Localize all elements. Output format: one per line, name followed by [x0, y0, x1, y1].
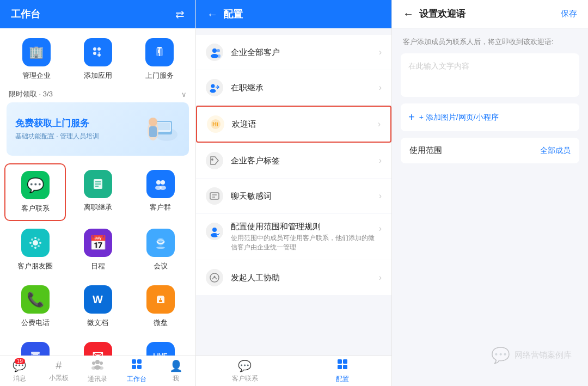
- nav-contacts[interactable]: 通讯录: [78, 356, 118, 386]
- notice-icon: [21, 342, 50, 356]
- save-button[interactable]: 保存: [561, 9, 577, 19]
- app-resign-handover[interactable]: 离职继承: [67, 163, 128, 221]
- blackboard-icon: #: [56, 359, 62, 372]
- app-public-phone-label: 公费电话: [21, 318, 50, 328]
- contacts-icon: [91, 358, 103, 373]
- bottom-nav: 19 💬 消息 # 小黑板 通讯录: [0, 356, 195, 386]
- all-customers-content: 企业全部客户: [231, 47, 379, 58]
- right-hint: 客户添加成员为联系人后，将立即收到该欢迎语:: [401, 37, 579, 47]
- app-customer-group-label: 客户群: [150, 203, 171, 212]
- nav-me[interactable]: 👤 我: [156, 356, 195, 386]
- watermark-area: 💬 网络营销案例库: [392, 216, 588, 387]
- human-assist-icon: [206, 269, 223, 286]
- svg-point-28: [29, 242, 32, 244]
- app-wechat-disk[interactable]: 微盘: [130, 279, 191, 334]
- app-grid: 💬 客户联系 离职继承: [0, 161, 195, 356]
- left-header-title: 工作台: [11, 8, 40, 21]
- onsite-service-action[interactable]: 上门服务: [128, 38, 190, 81]
- contacts-book-icon: ✉: [84, 342, 112, 356]
- mid-bottom-nav: 💬 客户联系 配置: [196, 356, 391, 386]
- app-customer-moments-label: 客户朋友圈: [17, 261, 53, 271]
- limited-arrow[interactable]: ∨: [181, 90, 187, 99]
- menu-scope-rules[interactable]: 配置使用范围和管理规则 使用范围中的成员可使用客户联系，他们添加的微信客户由企业…: [196, 214, 391, 260]
- svg-rect-50: [137, 359, 142, 364]
- mid-nav-customer-contact-label: 客户联系: [232, 374, 258, 383]
- app-public-phone[interactable]: 📞 公费电话: [4, 279, 66, 334]
- menu-job-handover[interactable]: 在职继承 ›: [196, 70, 391, 105]
- job-handover-title: 在职继承: [231, 83, 379, 93]
- app-notice[interactable]: 公告本: [4, 335, 66, 356]
- mid-header: ← 配置: [196, 0, 391, 28]
- mid-header-title: 配置: [223, 8, 243, 21]
- sensitive-words-arrow: ›: [379, 191, 382, 201]
- banner-figure: [137, 110, 180, 148]
- menu-human-assist[interactable]: 发起人工协助 ›: [196, 260, 391, 295]
- banner[interactable]: 免费获取上门服务 基础功能配置 · 管理人员培训: [7, 102, 189, 156]
- scope-row[interactable]: 使用范围 全部成员: [401, 138, 579, 163]
- svg-point-31: [38, 238, 40, 241]
- manage-enterprise-action[interactable]: 🏢 管理企业: [5, 38, 67, 81]
- right-content: 客户添加成员为联系人后，将立即收到该欢迎语: 在此输入文字内容 + + 添加图片…: [392, 28, 588, 216]
- menu-customer-tag[interactable]: 企业客户标签 ›: [196, 143, 391, 178]
- app-meeting-label: 会议: [154, 261, 168, 271]
- svg-point-1: [97, 47, 101, 51]
- svg-point-35: [156, 247, 165, 249]
- nav-blackboard[interactable]: # 小黑板: [39, 356, 78, 386]
- nav-blackboard-label: 小黑板: [49, 373, 69, 383]
- app-contacts-book[interactable]: ✉ 企业招聘: [67, 335, 128, 356]
- svg-rect-42: [31, 352, 40, 354]
- all-customers-icon: [206, 44, 223, 61]
- svg-rect-73: [343, 365, 347, 369]
- settings-icon[interactable]: ⇄: [175, 8, 185, 21]
- right-header-left: ← 设置欢迎语: [403, 8, 465, 20]
- right-header-title: 设置欢迎语: [419, 8, 465, 20]
- app-wechat-disk-label: 微盘: [154, 318, 168, 328]
- scope-rules-title: 配置使用范围和管理规则: [231, 222, 379, 232]
- svg-point-0: [93, 47, 96, 51]
- manage-enterprise-icon: 🏢: [22, 38, 51, 66]
- manage-enterprise-label: 管理企业: [22, 71, 51, 81]
- nav-messages[interactable]: 19 💬 消息: [0, 356, 39, 386]
- welcome-title: 欢迎语: [232, 119, 378, 130]
- nav-workbench[interactable]: 工作台: [117, 356, 156, 386]
- svg-point-53: [212, 48, 217, 53]
- app-wechat-doc[interactable]: W 微文档: [67, 279, 128, 334]
- left-panel: 工作台 ⇄ 🏢 管理企业 添加应用: [0, 0, 196, 386]
- menu-all-customers[interactable]: 企业全部客户 ›: [196, 35, 391, 70]
- svg-point-58: [210, 89, 216, 93]
- limited-bar: 限时领取 · 3/3 ∨: [0, 86, 195, 102]
- mid-nav-customer-contact[interactable]: 💬 客户联系: [196, 356, 294, 386]
- add-app-action[interactable]: 添加应用: [67, 38, 128, 81]
- menu-list: 企业全部客户 › 在职继承 › Hi: [196, 28, 391, 356]
- banner-subtitle: 基础功能配置 · 管理人员培训: [15, 132, 99, 141]
- nav-workbench-label: 工作台: [127, 375, 146, 384]
- mid-nav-settings[interactable]: 配置: [294, 356, 392, 386]
- resign-handover-icon: [84, 170, 112, 198]
- welcome-text-input[interactable]: 在此输入文字内容: [401, 53, 579, 97]
- app-meeting[interactable]: 会议: [130, 222, 191, 278]
- messages-badge: 19: [15, 358, 25, 364]
- nav-me-label: 我: [173, 374, 179, 383]
- svg-rect-36: [159, 300, 162, 302]
- right-header: ← 设置欢迎语 保存: [392, 0, 588, 28]
- app-schedule[interactable]: 📅 日程: [67, 222, 128, 278]
- me-icon: 👤: [169, 359, 183, 372]
- app-customer-moments[interactable]: 客户朋友圈: [4, 222, 66, 278]
- add-media-button[interactable]: + + 添加图片/网页/小程序: [401, 103, 579, 131]
- svg-rect-16: [149, 126, 157, 137]
- app-customer-contact[interactable]: 💬 客户联系: [4, 163, 66, 221]
- menu-welcome[interactable]: Hi 欢迎语 ›: [196, 106, 391, 143]
- menu-sensitive-words[interactable]: 聊天敏感词 ›: [196, 179, 391, 213]
- svg-rect-70: [338, 359, 342, 364]
- app-customer-contact-label: 客户联系: [21, 204, 50, 213]
- svg-point-65: [212, 228, 217, 232]
- right-back-button[interactable]: ←: [403, 8, 414, 20]
- svg-point-33: [38, 245, 40, 247]
- app-live[interactable]: LIVE 直播: [130, 335, 191, 356]
- app-resign-handover-label: 离职继承: [84, 203, 112, 212]
- mid-back-button[interactable]: ←: [207, 8, 218, 21]
- add-app-icon: [84, 38, 112, 66]
- right-panel: ← 设置欢迎语 保存 客户添加成员为联系人后，将立即收到该欢迎语: 在此输入文字…: [392, 0, 588, 386]
- svg-point-32: [31, 245, 33, 247]
- app-customer-group[interactable]: 客户群: [130, 163, 191, 221]
